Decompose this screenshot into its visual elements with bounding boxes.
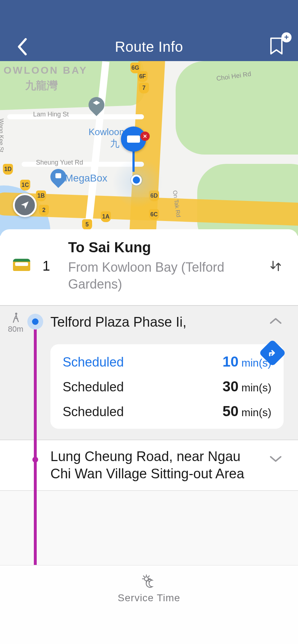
map-view[interactable]: OWLOON BAY 九龍灣 Lam Hing St Sheung Yuet R… bbox=[0, 61, 298, 236]
schedule-unit: min(s) bbox=[241, 382, 271, 394]
schedule-unit: min(s) bbox=[241, 406, 271, 418]
road-shield: 7 bbox=[139, 83, 149, 93]
footer-bar: Service Time bbox=[0, 565, 298, 644]
stop-name: Telford Plaza Phase Ii, bbox=[50, 314, 284, 331]
road-shield: 1B bbox=[36, 190, 46, 201]
service-time-button[interactable]: Service Time bbox=[118, 574, 180, 604]
map-street-label: Lam Hing St bbox=[33, 111, 69, 118]
stop-name: Lung Cheung Road, near Ngau Chi Wan Vill… bbox=[50, 448, 284, 482]
route-destination: To Sai Kung bbox=[68, 239, 256, 256]
day-night-icon bbox=[141, 574, 157, 589]
road-shield: 6C bbox=[149, 209, 159, 220]
page-title: Route Info bbox=[0, 36, 298, 58]
plus-badge-icon: + bbox=[281, 32, 292, 42]
road-shield: 1C bbox=[20, 180, 30, 190]
route-line bbox=[34, 328, 37, 565]
road-shield: 5 bbox=[82, 219, 92, 230]
schedule-label: Scheduled bbox=[63, 380, 124, 395]
route-number: 1 bbox=[42, 258, 50, 274]
service-time-label: Service Time bbox=[118, 592, 180, 604]
schedule-row: Scheduled 10min(s) bbox=[63, 354, 271, 370]
location-arrow-icon bbox=[20, 200, 30, 210]
road-shield: 1A bbox=[101, 211, 111, 222]
route-summary-card: 1 To Sai Kung From Kowloon Bay (Telford … bbox=[0, 229, 298, 306]
schedule-row: Scheduled 30min(s) bbox=[63, 378, 271, 395]
schedule-minutes: 50 bbox=[222, 403, 239, 419]
schedule-row: Scheduled 50min(s) bbox=[63, 403, 271, 419]
mtr-station-icon: ✕ bbox=[140, 132, 150, 141]
education-pin-icon bbox=[89, 97, 104, 117]
walking-person-icon bbox=[11, 312, 20, 324]
road-shield: 6F bbox=[137, 71, 148, 82]
map-street-shape bbox=[7, 114, 144, 119]
turn-right-icon bbox=[267, 348, 278, 358]
schedule-minutes: 30 bbox=[222, 378, 239, 394]
chevron-up-icon bbox=[269, 317, 282, 325]
stops-list: 80m Telford Plaza Phase Ii, Scheduled 10… bbox=[0, 306, 298, 565]
current-location-dot bbox=[131, 175, 142, 185]
bus-stop-pin-stem bbox=[132, 150, 135, 172]
expand-toggle[interactable] bbox=[269, 455, 282, 465]
road-shield: 1D bbox=[3, 164, 13, 175]
map-poi-label: MegaBox bbox=[65, 172, 107, 184]
map-area-label-zh: 九龍灣 bbox=[25, 78, 58, 93]
map-area-label: OWLOON BAY bbox=[4, 65, 87, 76]
map-street-label: Sheung Yuet Rd bbox=[36, 159, 83, 166]
shopping-pin-icon bbox=[50, 169, 66, 189]
collapse-toggle[interactable] bbox=[269, 317, 282, 327]
schedule-card: Scheduled 10min(s) Scheduled 30min(s) Sc… bbox=[50, 344, 284, 429]
walk-distance-value: 80m bbox=[8, 325, 23, 334]
schedule-label: Scheduled bbox=[63, 404, 124, 419]
swap-icon bbox=[268, 258, 284, 274]
bus-icon bbox=[13, 259, 30, 273]
map-poi-label: Kowloon bbox=[89, 126, 125, 138]
chevron-down-icon bbox=[269, 455, 282, 463]
svg-point-0 bbox=[15, 313, 17, 315]
map-poi-label: 九 bbox=[110, 137, 119, 150]
walk-distance-indicator: 80m bbox=[8, 312, 23, 334]
road-shield: 2 bbox=[39, 205, 49, 216]
header-bar: Route Info + bbox=[0, 0, 298, 61]
stop-marker-current bbox=[27, 314, 43, 330]
route-origin: From Kowloon Bay (Telford Gardens) bbox=[68, 259, 256, 293]
stop-row[interactable]: 80m Telford Plaza Phase Ii, Scheduled 10… bbox=[0, 306, 298, 441]
recenter-button[interactable] bbox=[13, 193, 37, 217]
route-text-block: To Sai Kung From Kowloon Bay (Telford Ga… bbox=[68, 239, 256, 293]
map-street-label: Wang Kee St bbox=[0, 119, 4, 152]
swap-direction-button[interactable] bbox=[266, 257, 285, 275]
stop-row[interactable]: Lung Cheung Road, near Ngau Chi Wan Vill… bbox=[0, 440, 298, 491]
schedule-label: Scheduled bbox=[63, 355, 124, 370]
schedule-minutes: 10 bbox=[222, 354, 239, 369]
stop-marker bbox=[32, 457, 38, 463]
